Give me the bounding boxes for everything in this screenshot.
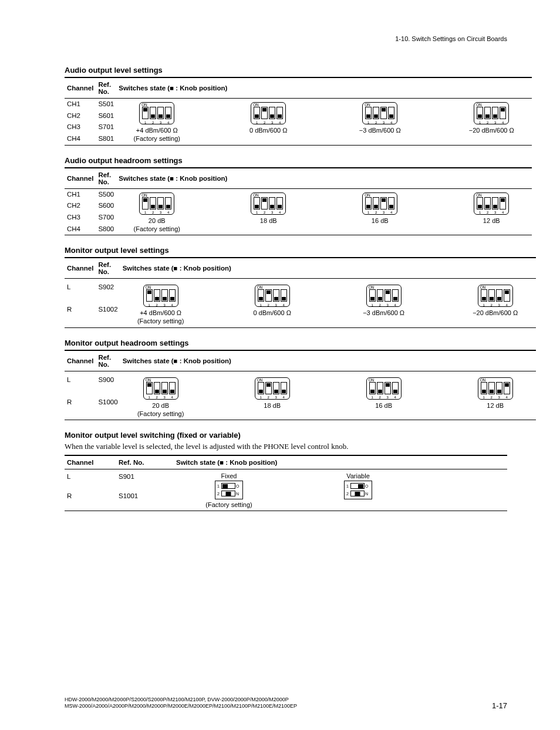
- switch-options-row: ON1234+4 dBm/600 Ω(Factory setting)ON123…: [123, 285, 534, 326]
- switch-option: ON12340 dBm/600 Ω: [230, 102, 306, 143]
- cell-ref: S700: [96, 212, 116, 224]
- section-note: When the variable level is selected, the…: [65, 442, 507, 451]
- factory-setting-label: (Factory setting): [205, 501, 252, 509]
- switch-caption: 16 dB: [372, 217, 389, 225]
- switch-caption: 18 dB: [264, 401, 281, 410]
- th-switches: Switches state (■ : Knob position): [116, 77, 532, 99]
- section-title: Monitor output level settings: [65, 246, 507, 255]
- factory-setting-label: (Factory setting): [137, 317, 184, 325]
- switch-caption: 20 dB: [149, 217, 166, 225]
- cell-ref: S701: [96, 121, 116, 133]
- dip-switch-icon: ON1234: [139, 192, 174, 215]
- th-switches: Switches state (■ : Knob position): [120, 350, 536, 371]
- switch-options-row: ON123420 dB(Factory setting)ON123418 dBO…: [119, 192, 529, 234]
- switch-caption: 16 dB: [375, 401, 392, 410]
- monitor-output-level-table: Channel Ref. No. Switches state (■ : Kno…: [65, 257, 536, 328]
- page-number: 1-17: [492, 701, 507, 710]
- dip-switch-icon: ON1234: [474, 192, 509, 215]
- switch-option: ON1234−20 dBm/600 Ω: [457, 285, 534, 326]
- switch-options-row: ON123420 dB(Factory setting)ON123418 dBO…: [123, 377, 534, 418]
- cell-channel: CH4: [65, 224, 96, 235]
- switch-option: Variable1O2N: [323, 472, 393, 509]
- dip-switch-icon: ON1234: [255, 285, 290, 307]
- factory-setting-label: (Factory setting): [134, 134, 180, 143]
- cell-channel: CH3: [65, 212, 96, 224]
- cell-ref: S1002: [96, 304, 120, 327]
- th-channel: Channel: [65, 258, 96, 279]
- cell-ref: S900: [96, 371, 120, 396]
- switch-caption: 20 dB: [152, 401, 169, 410]
- dip-switch-icon: ON1234: [478, 285, 513, 307]
- th-refno: Ref. No.: [96, 258, 120, 279]
- th-switches: Switches state (■ : Knob position): [116, 168, 532, 189]
- dip-switch-icon: ON1234: [474, 102, 509, 124]
- switch-caption: −20 dBm/600 Ω: [469, 126, 514, 134]
- footer-models-1: HDW-2000/M2000/M2000P/S2000/S2000P/M2100…: [65, 697, 297, 704]
- cell-channel: L: [65, 469, 116, 485]
- dip-switch-icon: ON1234: [366, 285, 402, 307]
- switch-caption: 18 dB: [260, 217, 277, 225]
- th-channel: Channel: [65, 455, 116, 469]
- cell-ref: S501: [96, 99, 116, 110]
- page-footer: HDW-2000/M2000/M2000P/S2000/S2000P/M2100…: [65, 697, 507, 710]
- switch-option: Fixed1O2N(Factory setting): [194, 472, 264, 509]
- cell-ref: S600: [96, 200, 116, 212]
- switch-options-row: ON1234+4 dBm/600 Ω(Factory setting)ON123…: [119, 102, 529, 143]
- footer-models-2: MSW-2000/A2000/A2000P/M2000/M2000P/M2000…: [65, 703, 297, 710]
- cell-ref: S902: [96, 279, 120, 304]
- monitor-output-headroom-table: Channel Ref. No. Switches state (■ : Kno…: [65, 350, 536, 421]
- switch-caption: −3 dBm/600 Ω: [359, 126, 401, 134]
- dip-switch-icon: ON1234: [139, 102, 174, 124]
- switch-option: ON123412 dB: [453, 192, 529, 234]
- dip-switch-icon: ON1234: [251, 102, 286, 124]
- th-channel: Channel: [65, 77, 96, 99]
- switch-caption: +4 dBm/600 Ω: [136, 126, 178, 134]
- switch-option: ON123420 dB(Factory setting): [119, 192, 195, 234]
- switch-option: ON1234−20 dBm/600 Ω: [453, 102, 529, 143]
- dip-switch-icon: ON1234: [143, 377, 178, 400]
- cell-channel: CH3: [65, 121, 96, 133]
- cell-channel: R: [65, 485, 116, 511]
- switch-caption: Fixed: [221, 472, 237, 480]
- cell-channel: L: [65, 279, 96, 304]
- switch-option: ON1234−3 dBm/600 Ω: [346, 285, 422, 326]
- cell-ref: S1001: [116, 485, 174, 511]
- switch-caption: 12 dB: [487, 401, 504, 410]
- switch-caption: 0 dBm/600 Ω: [249, 126, 287, 134]
- switch-option: ON123416 dB: [342, 192, 418, 234]
- switch-option: ON123412 dB: [457, 377, 534, 418]
- switch-caption: 0 dBm/600 Ω: [253, 309, 291, 317]
- cell-channel: CH2: [65, 200, 96, 212]
- th-switches: Switches state (■ : Knob position): [120, 258, 536, 279]
- dip-switch-icon: ON1234: [251, 192, 286, 215]
- switch-option: ON1234−3 dBm/600 Ω: [342, 102, 418, 143]
- switch-option: ON123416 dB: [346, 377, 422, 418]
- section-title: Monitor output headroom settings: [65, 339, 507, 347]
- th-refno: Ref. No.: [96, 350, 120, 371]
- cell-channel: CH1: [65, 188, 96, 200]
- switch-caption: Variable: [346, 472, 370, 480]
- cell-ref: S801: [96, 133, 116, 145]
- cell-ref: S1000: [96, 397, 120, 420]
- factory-setting-label: (Factory setting): [137, 410, 184, 418]
- dip-switch-icon: ON1234: [362, 192, 397, 215]
- cell-channel: CH1: [65, 99, 96, 110]
- switch-option: ON1234+4 dBm/600 Ω(Factory setting): [119, 102, 195, 143]
- switch-caption: −20 dBm/600 Ω: [473, 309, 518, 317]
- th-refno: Ref. No.: [116, 455, 174, 469]
- cell-channel: CH2: [65, 110, 96, 122]
- slide-switch-icon: 1O2N: [215, 481, 243, 499]
- switch-caption: −3 dBm/600 Ω: [363, 309, 404, 317]
- section-title: Monitor output level switching (fixed or…: [65, 431, 507, 440]
- page-header: 1-10. Switch Settings on Circuit Boards: [65, 35, 507, 42]
- cell-channel: L: [65, 371, 96, 396]
- cell-ref: S601: [96, 110, 116, 122]
- cell-ref: S800: [96, 224, 116, 235]
- switch-option: ON1234+4 dBm/600 Ω(Factory setting): [123, 285, 199, 326]
- cell-ref: S500: [96, 188, 116, 200]
- switch-option: ON12340 dBm/600 Ω: [234, 285, 311, 326]
- switch-option: ON123418 dB: [234, 377, 311, 418]
- section-title: Audio output headroom settings: [65, 156, 507, 165]
- th-channel: Channel: [65, 168, 96, 189]
- cell-channel: CH4: [65, 133, 96, 145]
